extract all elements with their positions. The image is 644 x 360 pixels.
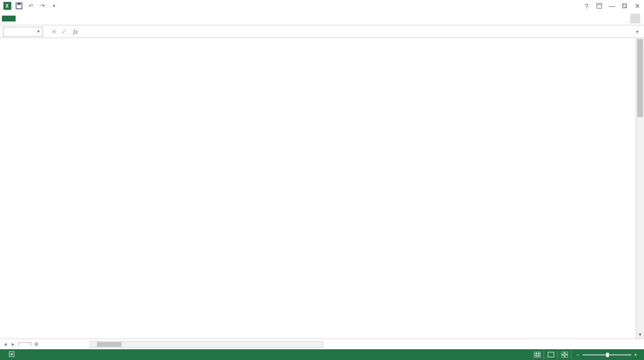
- tab-seitenlayout[interactable]: [43, 16, 57, 21]
- svg-rect-15: [548, 352, 554, 357]
- svg-point-9: [11, 353, 13, 355]
- zoom-out-icon[interactable]: −: [576, 352, 579, 358]
- tab-entwicklertools[interactable]: [111, 16, 125, 21]
- enter-formula-icon[interactable]: ✓: [59, 28, 68, 35]
- avatar-icon[interactable]: [630, 14, 640, 23]
- page-break-view-icon[interactable]: [558, 350, 571, 359]
- qat-dropdown-icon[interactable]: ▼: [49, 0, 59, 11]
- maximize-icon[interactable]: [620, 1, 629, 11]
- status-bar: − +: [0, 349, 644, 360]
- formula-input[interactable]: [83, 27, 631, 37]
- sheet-tab[interactable]: [19, 342, 31, 346]
- cancel-formula-icon[interactable]: ✕: [50, 28, 58, 35]
- redo-icon[interactable]: ↷: [37, 0, 48, 11]
- vertical-scrollbar[interactable]: ▲ ▼: [636, 38, 644, 339]
- fx-icon[interactable]: fx: [70, 27, 81, 37]
- zoom-in-icon[interactable]: +: [634, 352, 637, 358]
- tab-formeln[interactable]: [57, 16, 70, 21]
- horizontal-scrollbar[interactable]: [90, 341, 323, 348]
- tab-ansicht[interactable]: [97, 16, 111, 21]
- tab-ueberpruefen[interactable]: [84, 16, 97, 21]
- sheet-nav-next-icon[interactable]: ►: [10, 341, 17, 347]
- ribbon-display-icon[interactable]: [594, 1, 604, 11]
- save-icon[interactable]: [14, 0, 24, 11]
- minimize-icon[interactable]: —: [607, 1, 617, 11]
- scroll-thumb[interactable]: [637, 39, 643, 117]
- zoom-slider[interactable]: [583, 354, 631, 356]
- sheet-tabs-bar: ◄ ► ⊕: [0, 339, 644, 349]
- ribbon-tabs: [0, 12, 644, 25]
- title-bar: X ↶ ↷ ▼ ? — ✕: [0, 0, 644, 12]
- tab-datei[interactable]: [2, 16, 16, 21]
- svg-rect-18: [561, 355, 564, 358]
- sheet-nav-prev-icon[interactable]: ◄: [2, 341, 9, 347]
- svg-rect-4: [597, 3, 602, 8]
- excel-icon: X: [2, 0, 13, 11]
- svg-rect-6: [622, 4, 626, 8]
- svg-rect-16: [561, 352, 564, 354]
- help-icon[interactable]: ?: [582, 1, 591, 11]
- svg-text:X: X: [5, 3, 9, 9]
- namebox-dropdown-icon[interactable]: ▼: [37, 29, 40, 34]
- macro-record-icon[interactable]: [9, 351, 15, 358]
- name-box[interactable]: ▼: [3, 27, 43, 37]
- svg-rect-10: [534, 352, 541, 358]
- page-layout-view-icon[interactable]: [544, 350, 558, 359]
- scroll-down-icon[interactable]: ▼: [636, 330, 644, 339]
- svg-rect-3: [18, 3, 20, 5]
- add-sheet-icon[interactable]: ⊕: [31, 341, 41, 347]
- formula-bar: ▼ ✕ ✓ fx ▾: [0, 25, 644, 38]
- svg-rect-7: [623, 3, 627, 7]
- close-icon[interactable]: ✕: [632, 1, 642, 11]
- expand-formula-bar-icon[interactable]: ▾: [633, 29, 641, 34]
- tab-start[interactable]: [16, 16, 29, 21]
- tab-einfuegen[interactable]: [29, 16, 43, 21]
- undo-icon[interactable]: ↶: [25, 0, 36, 11]
- normal-view-icon[interactable]: [530, 350, 544, 359]
- tab-daten[interactable]: [70, 16, 84, 21]
- svg-rect-17: [565, 352, 568, 354]
- svg-rect-19: [565, 355, 568, 358]
